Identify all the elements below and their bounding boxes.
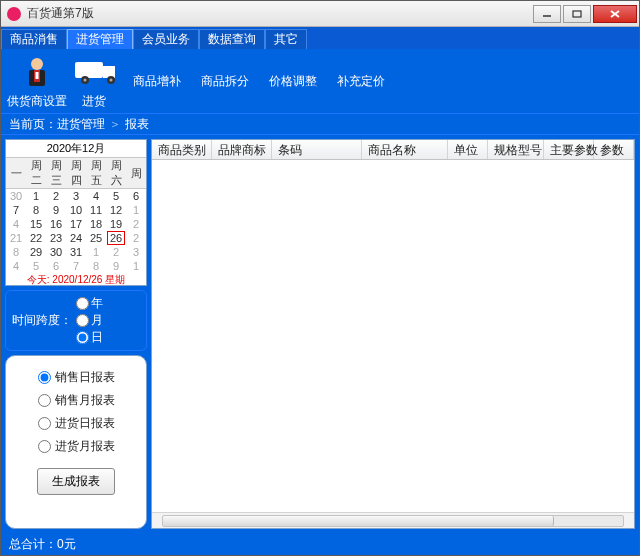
grid-column-header[interactable]: 主要参数 [544,140,594,159]
calendar-day[interactable]: 9 [46,203,66,217]
calendar-day[interactable]: 1 [126,259,146,273]
grid-column-header[interactable]: 参数 [594,140,634,159]
breadcrumb: 当前页： 进货管理 ＞ 报表 [1,113,639,135]
toolbar-link-2[interactable]: 价格调整 [269,73,317,90]
svg-point-13 [84,78,87,81]
report-option[interactable]: 销售日报表 [38,369,115,386]
maximize-button[interactable] [563,5,591,23]
calendar-day[interactable]: 8 [6,245,26,259]
calendar-day[interactable]: 2 [46,189,66,203]
calendar-day[interactable]: 1 [86,245,106,259]
calendar-day[interactable]: 10 [66,203,86,217]
calendar-weekday: 周五 [86,158,106,189]
calendar-day[interactable]: 1 [126,203,146,217]
close-icon [609,9,621,19]
calendar-day[interactable]: 8 [26,203,46,217]
calendar-day[interactable]: 15 [26,217,46,231]
calendar-day[interactable]: 7 [66,259,86,273]
sidebar: 2020年12月 一周二周三周四周五周六周3012345678910111214… [5,139,147,529]
calendar-day[interactable]: 8 [86,259,106,273]
calendar-day[interactable]: 4 [6,217,26,231]
calendar-day[interactable]: 3 [66,189,86,203]
window-title: 百货通第7版 [27,5,531,22]
calendar-day[interactable]: 6 [46,259,66,273]
calendar[interactable]: 2020年12月 一周二周三周四周五周六周3012345678910111214… [5,139,147,286]
supplier-settings-button[interactable]: 供货商设置 [7,53,67,110]
calendar-day[interactable]: 1 [26,189,46,203]
timespan-option-日[interactable]: 日 [76,329,103,346]
calendar-weekday: 周六 [106,158,126,189]
menu-tabs: 商品消售进货管理会员业务数据查询其它 [1,27,639,49]
generate-report-button[interactable]: 生成报表 [37,468,115,495]
scrollbar-thumb[interactable] [163,516,554,526]
calendar-day[interactable]: 17 [66,217,86,231]
menu-tab-4[interactable]: 其它 [265,29,307,49]
calendar-day[interactable]: 25 [86,231,106,245]
calendar-day[interactable]: 31 [66,245,86,259]
calendar-day[interactable]: 9 [106,259,126,273]
calendar-today-link[interactable]: 今天: 2020/12/26 星期 [6,273,146,285]
report-option[interactable]: 进货月报表 [38,438,115,455]
stock-in-button[interactable]: 进货 [73,53,115,110]
calendar-day[interactable]: 4 [86,189,106,203]
report-option[interactable]: 销售月报表 [38,392,115,409]
svg-point-14 [110,78,113,81]
maximize-icon [572,10,582,18]
statusbar: 总合计： 0元 [1,533,639,555]
calendar-day[interactable]: 7 [6,203,26,217]
data-grid: 商品类别品牌商标条码商品名称单位规格型号主要参数参数 [151,139,635,529]
horizontal-scrollbar[interactable] [152,512,634,528]
calendar-day[interactable]: 23 [46,231,66,245]
calendar-day[interactable]: 2 [106,245,126,259]
toolbar-link-0[interactable]: 商品增补 [133,73,181,90]
grid-column-header[interactable]: 条码 [272,140,362,159]
calendar-day[interactable]: 4 [6,259,26,273]
timespan-option-月[interactable]: 月 [76,312,103,329]
calendar-day[interactable]: 2 [126,231,146,245]
calendar-day[interactable]: 22 [26,231,46,245]
calendar-day[interactable]: 18 [86,217,106,231]
svg-rect-8 [75,62,103,78]
timespan-selector: 时间跨度： 年月日 [5,290,147,351]
menu-tab-0[interactable]: 商品消售 [1,29,67,49]
minimize-button[interactable] [533,5,561,23]
calendar-day[interactable]: 2 [126,217,146,231]
calendar-day[interactable]: 30 [6,189,26,203]
breadcrumb-item-0: 进货管理 [57,116,105,133]
main-area: 2020年12月 一周二周三周四周五周六周3012345678910111214… [1,135,639,533]
grid-column-header[interactable]: 商品类别 [152,140,212,159]
grid-column-header[interactable]: 商品名称 [362,140,448,159]
calendar-day[interactable]: 24 [66,231,86,245]
calendar-day[interactable]: 6 [126,189,146,203]
status-total-label: 总合计： [9,536,57,553]
calendar-day[interactable]: 5 [106,189,126,203]
timespan-option-年[interactable]: 年 [76,295,103,312]
grid-column-header[interactable]: 单位 [448,140,488,159]
calendar-day[interactable]: 29 [26,245,46,259]
app-window: 百货通第7版 商品消售进货管理会员业务数据查询其它 供货商设置 [0,0,640,556]
calendar-day[interactable]: 5 [26,259,46,273]
calendar-day[interactable]: 3 [126,245,146,259]
menu-tab-2[interactable]: 会员业务 [133,29,199,49]
calendar-day[interactable]: 19 [106,217,126,231]
calendar-day[interactable]: 11 [86,203,106,217]
app-icon [7,7,21,21]
calendar-day[interactable]: 21 [6,231,26,245]
breadcrumb-sep: ＞ [109,116,121,133]
toolbar-link-3[interactable]: 补充定价 [337,73,385,90]
grid-column-header[interactable]: 规格型号 [488,140,544,159]
calendar-day[interactable]: 16 [46,217,66,231]
breadcrumb-prefix: 当前页： [9,116,57,133]
svg-rect-7 [36,72,39,79]
calendar-day[interactable]: 26 [106,231,126,245]
close-button[interactable] [593,5,637,23]
report-option[interactable]: 进货日报表 [38,415,115,432]
toolbar-link-1[interactable]: 商品拆分 [201,73,249,90]
menu-tab-3[interactable]: 数据查询 [199,29,265,49]
menu-tab-1[interactable]: 进货管理 [67,29,133,49]
calendar-day[interactable]: 30 [46,245,66,259]
supplier-icon [16,53,58,91]
calendar-day[interactable]: 12 [106,203,126,217]
grid-column-header[interactable]: 品牌商标 [212,140,272,159]
truck-icon [73,53,115,91]
